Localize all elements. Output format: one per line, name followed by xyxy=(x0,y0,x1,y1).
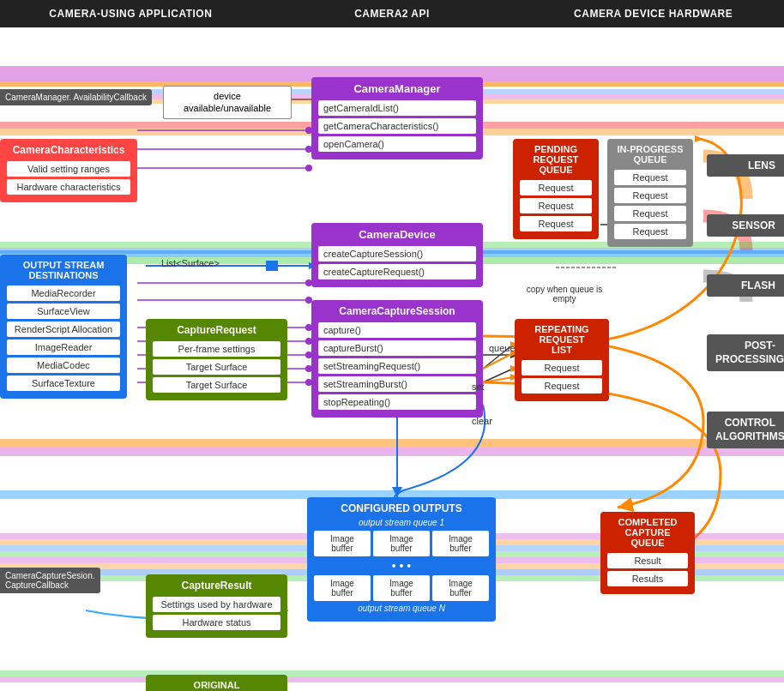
repeating-list-title: REPEATINGREQUESTLIST xyxy=(522,324,602,355)
img-buf-5: Imagebuffer xyxy=(373,575,430,601)
completed-queue-box: COMPLETEDCAPTUREQUEUE Result Results xyxy=(600,512,695,594)
inprogress-queue-title: IN-PROGRESSQUEUE xyxy=(614,144,686,165)
sensor-label: SENSOR xyxy=(707,214,784,237)
svg-line-60 xyxy=(483,377,513,382)
completed-queue-title: COMPLETEDCAPTUREQUEUE xyxy=(607,517,688,548)
camera-manager-box: CameraManager getCameraIdList() getCamer… xyxy=(311,77,483,159)
svg-marker-57 xyxy=(695,135,703,142)
header-col-app: CAMERA-USING APPLICATION xyxy=(0,8,262,20)
dots: • • • xyxy=(314,559,489,573)
surface-texture: SurfaceTexture xyxy=(7,376,120,391)
output-stream-title: OUTPUT STREAM DESTINATIONS xyxy=(7,260,120,280)
get-camera-id-list: getCameraIdList() xyxy=(318,100,476,116)
control-algorithms-label: CONTROLALGORITHMS xyxy=(707,412,784,448)
svg-point-14 xyxy=(305,165,312,171)
capture-method: capture() xyxy=(318,322,476,338)
capture-burst: captureBurst() xyxy=(318,340,476,356)
clear-label: clear xyxy=(472,416,492,426)
result-2: Results xyxy=(607,571,688,586)
svg-rect-6 xyxy=(0,439,784,448)
pending-request-2: Request xyxy=(520,198,592,213)
copy-label: copy when queue is empty xyxy=(522,285,607,303)
set-streaming-burst: setStreamingBurst() xyxy=(318,376,476,392)
open-camera: openCamera() xyxy=(318,136,476,152)
hardware-characteristics: Hardware characteristics xyxy=(7,179,130,195)
availability-callback-label: CameraManager. AvailabilityCallback xyxy=(0,89,152,105)
repeating-request-1: Request xyxy=(522,360,602,376)
hardware-status: Hardware status xyxy=(153,615,280,630)
repeating-request-2: Request xyxy=(522,378,602,394)
image-row-2: Imagebuffer Imagebuffer Imagebuffer xyxy=(314,575,489,601)
header-col-hw: CAMERA DEVICE HARDWARE xyxy=(522,8,784,20)
configured-outputs-title: CONFIGURED OUTPUTS xyxy=(314,502,489,514)
queue-n-label: output stream queue N xyxy=(314,604,489,613)
renderscript-allocation: RenderScript Allocation xyxy=(7,321,120,337)
surface-view: SurfaceView xyxy=(7,303,120,319)
camera-manager-title: CameraManager xyxy=(318,82,476,95)
image-row-1: Imagebuffer Imagebuffer Imagebuffer xyxy=(314,531,489,556)
capture-request-box: CaptureRequest Per-frame settings Target… xyxy=(146,319,287,400)
camera-device-box: CameraDevice createCaptureSession() crea… xyxy=(311,223,483,287)
queue-1-label: output stream queue 1 xyxy=(314,518,489,527)
capture-callback-label: CameraCaptureSesion.CaptureCallback xyxy=(0,568,100,593)
post-processing-label: POST-PROCESSING xyxy=(707,334,784,371)
pending-request-3: Request xyxy=(520,216,592,231)
capture-result-title: CaptureResult xyxy=(153,580,280,592)
capture-session-box: CameraCaptureSession capture() captureBu… xyxy=(311,300,483,418)
svg-rect-56 xyxy=(0,676,784,682)
diagram: CameraManager. AvailabilityCallback devi… xyxy=(0,27,784,691)
header-col-api: CAMERA2 API xyxy=(262,8,523,20)
inprogress-request-3: Request xyxy=(614,206,686,221)
inprogress-queue-box: IN-PROGRESSQUEUE Request Request Request… xyxy=(607,139,693,247)
inprogress-request-4: Request xyxy=(614,224,686,239)
camera-characteristics-title: CameraCharacteristics xyxy=(7,144,130,156)
media-recorder: MediaRecorder xyxy=(7,285,120,301)
img-buf-2: Imagebuffer xyxy=(373,531,430,556)
list-surface-label: List<Surface> xyxy=(161,258,220,268)
svg-line-38 xyxy=(483,369,513,382)
img-buf-3: Imagebuffer xyxy=(432,531,489,556)
img-buf-1: Imagebuffer xyxy=(314,531,371,556)
create-capture-session: createCaptureSession() xyxy=(318,246,476,261)
get-camera-characteristics: getCameraCharacteristics() xyxy=(318,118,476,134)
pending-queue-title: PENDINGREQUESTQUEUE xyxy=(520,144,592,175)
pending-request-1: Request xyxy=(520,180,592,195)
capture-result-box: CaptureResult Settings used by hardware … xyxy=(146,574,287,638)
set-streaming-request: setStreamingRequest() xyxy=(318,358,476,374)
flash-label: FLASH xyxy=(707,274,784,297)
device-available-box: device available/unavailable xyxy=(163,86,292,119)
img-buf-4: Imagebuffer xyxy=(314,575,371,601)
valid-setting-ranges: Valid setting ranges xyxy=(7,161,130,177)
capture-session-title: CameraCaptureSession xyxy=(318,305,476,317)
target-surface-1: Target Surface xyxy=(153,359,280,375)
stop-repeating: stopRepeating() xyxy=(318,394,476,410)
queue-label: queue xyxy=(489,343,516,353)
configured-outputs-box: CONFIGURED OUTPUTS output stream queue 1… xyxy=(307,497,496,622)
original-request-box: ORIGINALORIGINAL CaptureRequest xyxy=(146,675,287,691)
svg-rect-7 xyxy=(0,448,784,456)
result-1: Result xyxy=(607,553,688,568)
capture-request-title: CaptureRequest xyxy=(153,324,280,336)
set-label: set xyxy=(472,382,485,392)
output-stream-box: OUTPUT STREAM DESTINATIONS MediaRecorder… xyxy=(0,255,127,399)
create-capture-request: createCaptureRequest() xyxy=(318,264,476,279)
target-surface-2: Target Surface xyxy=(153,377,280,393)
svg-rect-19 xyxy=(266,261,278,271)
svg-line-58 xyxy=(483,353,513,369)
original-request-title: ORIGINALORIGINAL CaptureRequest xyxy=(153,680,280,691)
inprogress-request-2: Request xyxy=(614,188,686,203)
image-reader: ImageReader xyxy=(7,339,120,355)
settings-used-by-hardware: Settings used by hardware xyxy=(153,597,280,612)
header: CAMERA-USING APPLICATION CAMERA2 API CAM… xyxy=(0,0,784,27)
repeating-list-box: REPEATINGREQUESTLIST Request Request xyxy=(515,319,609,401)
camera-characteristics-box: CameraCharacteristics Valid setting rang… xyxy=(0,139,137,202)
media-codec: MediaCodec xyxy=(7,358,120,373)
per-frame-settings: Per-frame settings xyxy=(153,341,280,357)
lens-label: LENS xyxy=(707,154,784,177)
svg-rect-55 xyxy=(0,670,784,676)
pending-queue-box: PENDINGREQUESTQUEUE Request Request Requ… xyxy=(513,139,599,239)
camera-device-title: CameraDevice xyxy=(318,228,476,241)
inprogress-request-1: Request xyxy=(614,170,686,185)
img-buf-6: Imagebuffer xyxy=(432,575,489,601)
